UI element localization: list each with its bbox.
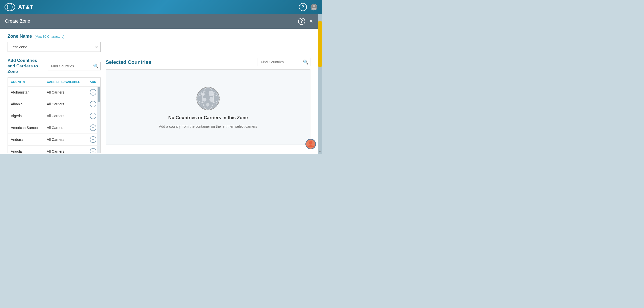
empty-globe-icon <box>195 86 221 111</box>
scrollbar-thumb[interactable] <box>318 21 322 67</box>
modal-close-btn[interactable]: × <box>309 17 313 25</box>
find-countries-left-wrap: 🔍 <box>48 62 101 70</box>
table-scroll-thumb[interactable] <box>98 87 100 102</box>
empty-state-panel: No Countries or Carriers in this Zone Ad… <box>106 69 310 145</box>
table-row: Andorra All Carriers + <box>8 134 100 146</box>
table-row: Algeria All Carriers + <box>8 110 100 122</box>
country-cell: Albania <box>8 98 44 110</box>
search-icon-left[interactable]: 🔍 <box>93 63 99 69</box>
zone-name-label-row: Zone Name (Max 30 Characters) <box>8 34 310 39</box>
right-panel: Selected Countries 🔍 <box>106 58 310 145</box>
svg-point-7 <box>197 87 219 110</box>
table-header-row: COUNTRY CARRIERS AVAILABLE ADD <box>8 78 100 86</box>
modal-help-btn[interactable]: ? <box>298 18 305 25</box>
countries-table-wrap: COUNTRY CARRIERS AVAILABLE ADD Afghanist… <box>8 77 101 153</box>
zone-name-hint: (Max 30 Characters) <box>34 35 64 38</box>
att-logo-text: AT&T <box>18 4 33 10</box>
carriers-cell: All Carriers <box>44 86 87 98</box>
empty-state-subtitle: Add a country from the container on the … <box>159 124 257 128</box>
col-add: ADD <box>87 78 100 86</box>
zone-name-input[interactable] <box>8 42 101 52</box>
att-globe-icon <box>4 3 16 12</box>
page-scrollbar[interactable] <box>318 14 322 154</box>
table-scrollbar[interactable] <box>97 87 100 153</box>
table-row: American Samoa All Carriers + <box>8 122 100 134</box>
col-country: COUNTRY <box>8 78 44 86</box>
country-cell: Algeria <box>8 110 44 122</box>
modal-body: Zone Name (Max 30 Characters) ✕ Add Coun… <box>0 29 318 154</box>
carriers-cell: All Carriers <box>44 110 87 122</box>
find-countries-left-input[interactable] <box>48 62 101 70</box>
add-countries-title: Add Countries and Carriers to Zone <box>8 58 45 74</box>
find-countries-right-input[interactable] <box>258 58 310 66</box>
user-avatar-img <box>306 140 315 149</box>
modal-header-icons: ? × <box>298 17 313 25</box>
search-icon-right[interactable]: 🔍 <box>303 59 308 65</box>
countries-table-head: COUNTRY CARRIERS AVAILABLE ADD <box>8 78 100 86</box>
add-country-btn[interactable]: + <box>90 101 96 107</box>
empty-state-title: No Countries or Carriers in this Zone <box>168 115 248 120</box>
add-country-btn[interactable]: + <box>90 124 96 131</box>
left-panel-header: Add Countries and Carriers to Zone 🔍 <box>8 58 101 74</box>
svg-point-6 <box>313 5 315 7</box>
country-cell: Angola <box>8 146 44 153</box>
col-carriers: CARRIERS AVAILABLE <box>44 78 87 86</box>
add-country-btn[interactable]: + <box>90 148 96 153</box>
selected-countries-title: Selected Countries <box>106 59 151 65</box>
table-row: Albania All Carriers + <box>8 98 100 110</box>
add-country-btn[interactable]: + <box>90 89 96 96</box>
top-bar: AT&T ? <box>0 0 322 14</box>
user-avatar-bottom[interactable] <box>305 139 316 149</box>
scroll-down-arrow[interactable]: ▼ <box>318 149 322 154</box>
carriers-cell: All Carriers <box>44 134 87 146</box>
table-row: Afghanistan All Carriers + <box>8 86 100 98</box>
svg-point-11 <box>309 141 312 145</box>
table-row: Angola All Carriers + <box>8 146 100 153</box>
user-icon-top[interactable] <box>310 3 318 11</box>
zone-name-input-wrap: ✕ <box>8 42 101 52</box>
att-logo: AT&T <box>4 3 33 12</box>
top-bar-icons: ? <box>299 3 318 11</box>
countries-section: Add Countries and Carriers to Zone 🔍 COU… <box>8 58 310 153</box>
carriers-cell: All Carriers <box>44 98 87 110</box>
left-panel: Add Countries and Carriers to Zone 🔍 COU… <box>8 58 101 153</box>
modal-dialog: Create Zone ? × Zone Name (Max 30 Charac… <box>0 14 318 154</box>
country-cell: American Samoa <box>8 122 44 134</box>
country-cell: Andorra <box>8 134 44 146</box>
find-countries-right-wrap: 🔍 <box>258 58 310 66</box>
help-icon-top[interactable]: ? <box>299 3 307 11</box>
add-country-btn[interactable]: + <box>90 113 96 119</box>
zone-name-title: Zone Name <box>8 34 32 39</box>
country-cell: Afghanistan <box>8 86 44 98</box>
right-panel-header: Selected Countries 🔍 <box>106 58 310 66</box>
zone-name-clear-btn[interactable]: ✕ <box>95 45 98 49</box>
carriers-cell: All Carriers <box>44 146 87 153</box>
carriers-cell: All Carriers <box>44 122 87 134</box>
add-country-btn[interactable]: + <box>90 136 96 143</box>
countries-table: COUNTRY CARRIERS AVAILABLE ADD Afghanist… <box>8 78 100 153</box>
countries-table-body: Afghanistan All Carriers + Albania All C… <box>8 86 100 153</box>
modal-header: Create Zone ? × <box>0 14 318 29</box>
modal-title: Create Zone <box>5 19 30 24</box>
